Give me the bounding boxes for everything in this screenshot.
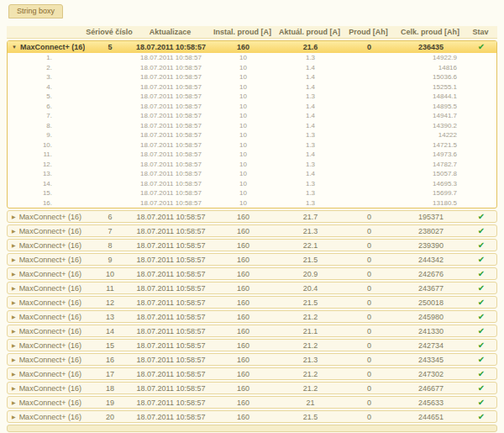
string-index: 1. (8, 54, 85, 61)
string-index: 15. (8, 189, 85, 197)
device-actual-current: 21.2 (280, 313, 341, 321)
device-proud-ah: 0 (341, 413, 397, 421)
device-name: MaxConnect+ (16) (19, 313, 81, 321)
string-actual-current: 1.3 (280, 199, 341, 207)
string-row: 5. 18.07.2011 10:58:57 10 1.3 14844.1 (8, 92, 496, 102)
string-total-ah: 14695.3 (397, 180, 465, 187)
status-ok-icon: ✔ (465, 313, 498, 321)
device-row-expanded[interactable]: ▼MaxConnect+ (16) 5 18.07.2011 10:58:57 … (8, 41, 496, 53)
device-row-collapsed[interactable]: ▶MaxConnect+ (16) 10 18.07.2011 10:58:57… (7, 267, 497, 280)
device-actual-current: 21.3 (280, 356, 341, 364)
triangle-right-icon: ▶ (12, 414, 16, 420)
device-row-collapsed[interactable]: ▶MaxConnect+ (16) 19 18.07.2011 10:58:57… (7, 396, 497, 409)
triangle-right-icon: ▶ (12, 214, 16, 219)
triangle-right-icon: ▶ (12, 228, 16, 234)
status-ok-icon: ✔ (465, 241, 498, 250)
string-total-ah: 15057.8 (397, 170, 465, 177)
device-instal-current: 160 (207, 284, 280, 293)
device-updated: 18.07.2011 10:58:57 (135, 327, 207, 335)
status-ok-icon: ✔ (465, 327, 498, 335)
device-total-ah: 243345 (397, 356, 465, 364)
device-row-collapsed[interactable]: ▶MaxConnect+ (16) 12 18.07.2011 10:58:57… (7, 296, 497, 309)
device-total-ah: 241330 (397, 327, 465, 335)
string-row: 6. 18.07.2011 10:58:57 10 1.4 14895.5 (8, 102, 496, 112)
device-updated: 18.07.2011 10:58:57 (135, 298, 207, 307)
string-index: 10. (8, 141, 85, 149)
string-total-ah: 14941.7 (397, 112, 465, 119)
string-updated: 18.07.2011 10:58:57 (135, 161, 207, 168)
device-actual-current: 21.2 (280, 370, 341, 378)
string-index: 7. (8, 112, 85, 119)
device-instal-current: 160 (207, 399, 280, 407)
string-actual-current: 1.4 (280, 170, 341, 177)
status-ok-icon: ✔ (465, 256, 498, 264)
string-total-ah: 14721.5 (397, 141, 465, 149)
device-actual-current: 21.2 (280, 341, 341, 350)
string-actual-current: 1.3 (280, 92, 341, 100)
device-name: MaxConnect+ (16) (20, 43, 85, 51)
device-updated: 18.07.2011 10:58:57 (135, 384, 207, 393)
string-instal-current: 10 (207, 199, 280, 207)
device-row-collapsed[interactable]: ▶MaxConnect+ (16) 8 18.07.2011 10:58:57 … (7, 239, 497, 251)
device-row-collapsed[interactable]: ▶MaxConnect+ (16) 15 18.07.2011 10:58:57… (7, 339, 497, 351)
device-actual-current: 21.5 (280, 298, 341, 307)
col-header-stav: Stav (464, 28, 497, 36)
status-ok-icon: ✔ (465, 384, 498, 393)
status-ok-icon: ✔ (465, 298, 498, 307)
string-updated: 18.07.2011 10:58:57 (135, 180, 207, 187)
device-total-ah: 242676 (397, 270, 465, 278)
device-row-collapsed[interactable]: ▶MaxConnect+ (16) 13 18.07.2011 10:58:57… (7, 310, 497, 323)
string-total-ah: 14922.9 (397, 54, 465, 61)
string-total-ah: 14844.1 (397, 92, 465, 100)
tab-string-boxy[interactable]: String boxy (8, 4, 63, 18)
string-updated: 18.07.2011 10:58:57 (135, 199, 207, 207)
device-serial: 9 (85, 256, 135, 264)
string-index: 16. (8, 199, 85, 207)
string-actual-current: 1.3 (280, 161, 341, 168)
device-actual-current: 21.7 (280, 213, 341, 221)
string-total-ah: 14222 (397, 131, 465, 139)
device-row-collapsed[interactable]: ▶MaxConnect+ (16) 6 18.07.2011 10:58:57 … (7, 210, 497, 223)
string-updated: 18.07.2011 10:58:57 (135, 189, 207, 197)
device-actual-current: 21.5 (280, 256, 341, 264)
device-row-collapsed[interactable]: ▶MaxConnect+ (16) 14 18.07.2011 10:58:57… (7, 325, 497, 337)
string-updated: 18.07.2011 10:58:57 (135, 83, 207, 91)
string-actual-current: 1.4 (280, 150, 341, 158)
string-actual-current: 1.4 (280, 64, 341, 71)
string-actual-current: 1.3 (280, 189, 341, 197)
string-updated: 18.07.2011 10:58:57 (135, 150, 207, 158)
horizontal-scrollbar[interactable] (7, 425, 497, 432)
device-row-collapsed[interactable]: ▶MaxConnect+ (16) 7 18.07.2011 10:58:57 … (7, 224, 497, 237)
device-actual-current: 21 (280, 399, 341, 407)
string-row: 8. 18.07.2011 10:58:57 10 1.4 14390.2 (8, 121, 496, 131)
device-row-collapsed[interactable]: ▶MaxConnect+ (16) 9 18.07.2011 10:58:57 … (7, 253, 497, 266)
string-index: 2. (8, 64, 85, 71)
device-total-ah: 239390 (397, 241, 465, 250)
device-name: MaxConnect+ (16) (19, 327, 81, 335)
string-row: 3. 18.07.2011 10:58:57 10 1.4 15036.6 (8, 72, 496, 82)
device-row-collapsed[interactable]: ▶MaxConnect+ (16) 17 18.07.2011 10:58:57… (7, 367, 497, 380)
device-row-collapsed[interactable]: ▶MaxConnect+ (16) 11 18.07.2011 10:58:57… (7, 282, 497, 294)
device-instal-current: 160 (207, 256, 280, 264)
device-serial: 11 (85, 284, 135, 293)
device-instal-current: 160 (207, 384, 280, 393)
string-row: 13. 18.07.2011 10:58:57 10 1.4 15057.8 (8, 169, 496, 179)
device-row-collapsed[interactable]: ▶MaxConnect+ (16) 16 18.07.2011 10:58:57… (7, 353, 497, 366)
device-row-collapsed[interactable]: ▶MaxConnect+ (16) 18 18.07.2011 10:58:57… (7, 382, 497, 394)
device-updated: 18.07.2011 10:58:57 (135, 213, 207, 221)
string-total-ah: 15036.6 (397, 73, 465, 81)
triangle-down-icon: ▼ (12, 45, 17, 50)
device-proud-ah: 0 (341, 270, 397, 278)
triangle-right-icon: ▶ (12, 399, 16, 405)
string-total-ah: 14973.6 (397, 150, 465, 158)
status-ok-icon: ✔ (465, 356, 498, 364)
string-index: 6. (8, 103, 85, 110)
device-row-collapsed[interactable]: ▶MaxConnect+ (16) 20 18.07.2011 10:58:57… (7, 410, 497, 423)
col-header-instal: Instal. proud [A] (206, 28, 279, 36)
string-updated: 18.07.2011 10:58:57 (135, 92, 207, 100)
string-instal-current: 10 (207, 83, 280, 91)
string-actual-current: 1.4 (280, 73, 341, 81)
table-header: Sériové číslo Aktualizace Instal. proud … (7, 26, 497, 39)
string-index: 11. (8, 150, 85, 158)
string-row: 16. 18.07.2011 10:58:57 10 1.3 13180.5 (8, 198, 496, 209)
